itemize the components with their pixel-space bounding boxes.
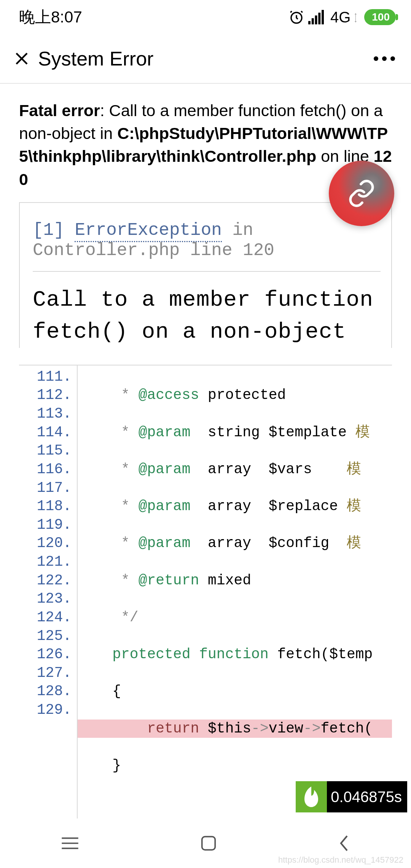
network-label: 4G: [330, 9, 350, 26]
timer-leaf-icon: [296, 781, 327, 812]
svg-rect-5: [322, 10, 324, 24]
link-fab[interactable]: [329, 161, 394, 226]
close-icon[interactable]: [7, 44, 37, 73]
status-time: 晚上8:07: [19, 6, 82, 28]
error-index: [1]: [33, 220, 64, 240]
signal-icon: [308, 10, 325, 24]
error-exception-link[interactable]: ErrorException: [75, 220, 221, 242]
error-panel: [1] ErrorException in Controller.php lin…: [19, 202, 392, 348]
svg-rect-3: [315, 16, 317, 24]
battery-indicator: 100: [364, 9, 396, 25]
divider: [33, 271, 381, 272]
timer-pill[interactable]: 0.046875s: [296, 781, 407, 812]
error-location: Controller.php line 120: [33, 241, 381, 260]
svg-rect-2: [312, 18, 314, 24]
line-gutter: 111.112.113.114.115.116.117.118.119.120.…: [19, 365, 78, 868]
error-header: [1] ErrorException in: [33, 220, 381, 241]
navbar: [0, 819, 411, 868]
page-title: System Error: [38, 47, 153, 70]
nav-back-icon[interactable]: [338, 834, 350, 852]
alarm-icon: [288, 9, 304, 25]
signal-arrows-icon: ↑↓: [354, 13, 357, 22]
status-right: 4G ↑↓ 100: [288, 9, 396, 26]
svg-rect-9: [202, 837, 215, 850]
more-icon[interactable]: [374, 56, 400, 61]
timer-value: 0.046875s: [327, 788, 402, 806]
svg-rect-4: [318, 13, 320, 24]
status-bar: 晚上8:07 4G ↑↓ 100: [0, 0, 411, 34]
titlebar: System Error: [0, 34, 411, 84]
nav-menu-icon[interactable]: [61, 836, 80, 851]
error-in: in: [233, 220, 253, 240]
svg-rect-1: [308, 21, 311, 24]
nav-home-icon[interactable]: [200, 835, 217, 852]
error-message: Call to a member function fetch() on a n…: [33, 284, 381, 348]
